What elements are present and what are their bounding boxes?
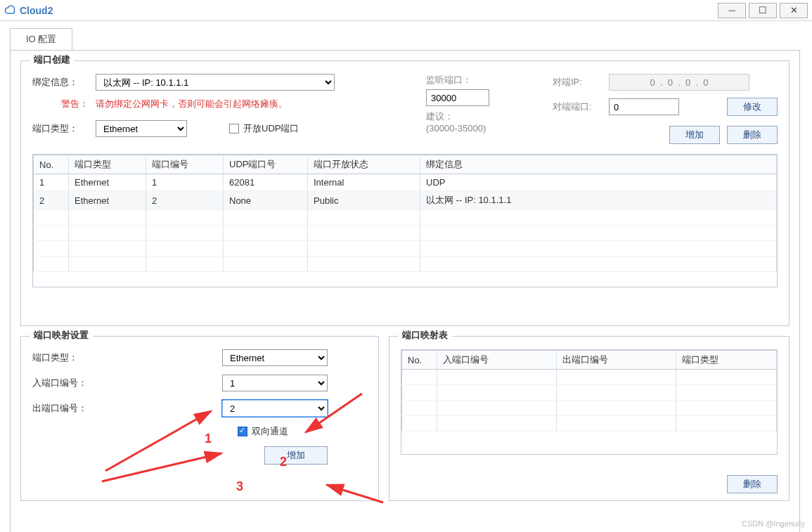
delete-port-button[interactable]: 删除 (727, 126, 778, 144)
out-port-label: 出端口编号： (32, 402, 222, 415)
bind-info-label: 绑定信息： (32, 76, 96, 89)
port-type-label: 端口类型： (32, 122, 96, 135)
table-row (402, 401, 777, 416)
port-map-settings-section: 端口映射设置 端口类型： Ethernet 入端口编号： 1 出端口编号： 2 (20, 336, 379, 501)
table-row (34, 210, 777, 226)
col-portnum: 端口编号 (146, 155, 224, 174)
window-title: Cloud2 (20, 5, 718, 16)
close-button[interactable]: ✕ (780, 3, 808, 18)
table-row (402, 385, 777, 401)
peer-port-label: 对端端口: (553, 100, 609, 113)
port-type-select[interactable]: Ethernet (96, 120, 187, 137)
table-row (402, 370, 777, 385)
maximize-button[interactable]: ☐ (749, 3, 777, 18)
table-row[interactable]: 1 Ethernet 1 62081 Internal UDP (34, 174, 777, 191)
tab-bar: IO 配置 (10, 28, 812, 50)
mcol-type: 端口类型 (676, 351, 776, 370)
suggest-range: (30000-35000) (426, 123, 524, 134)
open-udp-checkbox[interactable] (229, 124, 239, 134)
titlebar: Cloud2 ─ ☐ ✕ (0, 0, 812, 21)
open-udp-label: 开放UDP端口 (243, 122, 299, 135)
port-create-legend: 端口创建 (30, 53, 75, 66)
peer-ip-input (609, 74, 749, 91)
listen-port-input[interactable] (426, 89, 489, 106)
col-bind: 绑定信息 (420, 155, 777, 174)
page-content: 端口创建 绑定信息： 以太网 -- IP: 10.1.1.1 警告： 请勿绑定公… (10, 50, 800, 532)
out-port-select[interactable]: 2 (222, 400, 328, 417)
add-port-button[interactable]: 增加 (669, 126, 720, 144)
col-type: 端口类型 (69, 155, 146, 174)
port-map-table-section: 端口映射表 No. 入端口编号 出端口编号 端口类型 (389, 336, 790, 501)
port-map-table-legend: 端口映射表 (398, 329, 452, 342)
in-port-label: 入端口编号： (32, 377, 222, 389)
listen-port-label: 监听端口： (426, 74, 524, 86)
add-mapping-button[interactable]: 增加 (264, 446, 328, 465)
delete-mapping-button[interactable]: 删除 (727, 475, 778, 493)
ports-table[interactable]: No. 端口类型 端口编号 UDP端口号 端口开放状态 绑定信息 1 Ether… (33, 155, 777, 272)
peer-port-input[interactable] (609, 98, 679, 115)
peer-ip-label: 对端IP: (553, 76, 609, 89)
port-create-section: 端口创建 绑定信息： 以太网 -- IP: 10.1.1.1 警告： 请勿绑定公… (20, 60, 790, 326)
minimize-button[interactable]: ─ (718, 3, 746, 18)
map-type-select[interactable]: Ethernet (222, 349, 328, 366)
warning-text: 请勿绑定公网网卡，否则可能会引起网络瘫痪。 (96, 98, 288, 110)
col-no: No. (34, 155, 69, 174)
mcol-out: 出端口编号 (556, 351, 676, 370)
mcol-no: No. (402, 351, 437, 370)
in-port-select[interactable]: 1 (222, 375, 328, 391)
warning-label: 警告： (32, 98, 96, 110)
port-map-settings-legend: 端口映射设置 (30, 329, 93, 342)
bidirectional-label: 双向通道 (252, 425, 288, 438)
table-row (34, 241, 777, 257)
mapping-table[interactable]: No. 入端口编号 出端口编号 端口类型 (401, 350, 777, 432)
modify-button[interactable]: 修改 (727, 98, 778, 116)
bidirectional-checkbox[interactable] (238, 427, 247, 436)
col-udp: UDP端口号 (224, 155, 308, 174)
mcol-in: 入端口编号 (437, 351, 557, 370)
table-row (34, 257, 777, 272)
watermark: CSDN @Ingenuity (742, 519, 805, 528)
suggest-label: 建议： (426, 110, 524, 123)
tab-io-config[interactable]: IO 配置 (10, 28, 72, 50)
cloud-icon (4, 5, 15, 16)
col-open: 端口开放状态 (308, 155, 420, 174)
table-row[interactable]: 2 Ethernet 2 None Public 以太网 -- IP: 10.1… (34, 191, 777, 210)
table-row (34, 226, 777, 241)
map-type-label: 端口类型： (32, 351, 222, 364)
table-row (402, 416, 777, 432)
window-controls: ─ ☐ ✕ (718, 3, 812, 18)
bind-info-select[interactable]: 以太网 -- IP: 10.1.1.1 (96, 74, 335, 91)
